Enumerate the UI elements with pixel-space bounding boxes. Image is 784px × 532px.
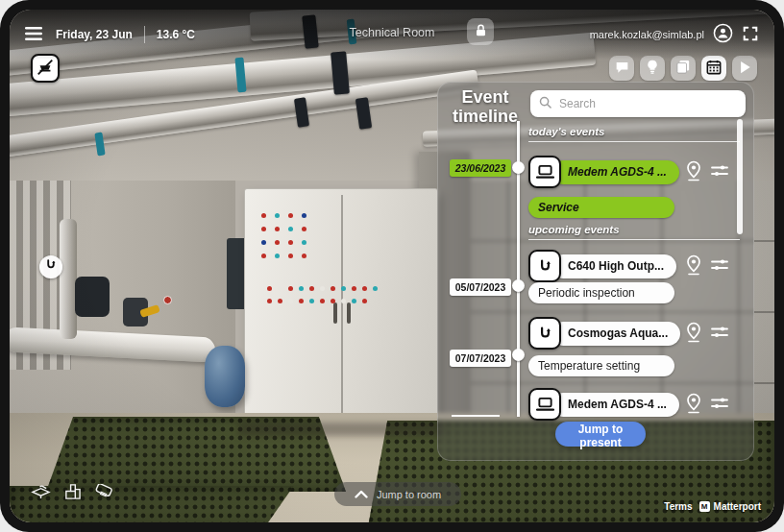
tag-icon (93, 484, 112, 502)
jump-to-room-button[interactable]: Jump to room (334, 482, 461, 506)
event-settings-icon[interactable] (711, 257, 728, 277)
event-description: Periodic inspection (528, 282, 674, 303)
brand-label: Matterport (714, 501, 761, 512)
section-divider (528, 239, 740, 240)
event-name[interactable]: Cosmogas Aqua... (551, 322, 680, 346)
layout-tool-button[interactable] (63, 483, 81, 503)
matterport-logo-icon: M (699, 501, 710, 512)
top-bar: Friday, 23 Jun 13.6 °C Technical Room ma… (10, 10, 774, 60)
scene-device-tag[interactable] (39, 255, 62, 278)
event-description: Service (528, 197, 674, 218)
pressure-gauge (163, 296, 172, 304)
indicator-lights (267, 286, 272, 291)
draw-tool-button[interactable] (31, 483, 51, 503)
room-title: Technical Room (350, 26, 435, 39)
section-label-upcoming: upcoming events (528, 224, 620, 235)
divider (144, 26, 145, 43)
event-row: C640 High Outp... (438, 250, 753, 282)
location-pin-icon[interactable] (685, 254, 702, 279)
current-date: Friday, 23 Jun (56, 28, 133, 41)
event-row: Medem AGDS-4 ... (438, 388, 753, 421)
device-frame: Friday, 23 Jun 13.6 °C Technical Room ma… (0, 0, 784, 532)
menu-button[interactable] (25, 27, 42, 43)
indicator-lights (261, 213, 266, 218)
section-label-today: today's events (528, 126, 604, 137)
person-circle-icon (713, 23, 733, 46)
fullscreen-icon (742, 25, 759, 45)
event-settings-icon[interactable] (711, 396, 728, 415)
viewer-screen: Friday, 23 Jun 13.6 °C Technical Room ma… (10, 10, 774, 522)
event-row: Medem AGDS-4 ... (438, 156, 753, 188)
credits: Terms M Matterport (664, 501, 761, 512)
hamburger-icon (25, 27, 42, 43)
event-row: Cosmogas Aqua... (438, 317, 753, 350)
location-pin-icon[interactable] (685, 393, 702, 418)
location-pin-icon[interactable] (685, 322, 702, 347)
blocks-icon (63, 483, 81, 503)
boiler-icon (528, 250, 561, 282)
user-email: marek.kozlak@simlab.pl (590, 29, 704, 40)
chevron-up-icon (355, 489, 368, 500)
furniture-toggle-icon (36, 58, 55, 80)
tag-tool-button[interactable] (93, 484, 112, 502)
play-icon (739, 60, 751, 77)
gas-detector-icon (528, 156, 561, 188)
documents-icon (676, 60, 690, 77)
control-cabinet (244, 188, 438, 426)
event-description: Temperature setting (528, 355, 674, 376)
panel-title: Event timeline (442, 87, 528, 126)
event-settings-icon[interactable] (711, 325, 728, 344)
calendar-icon (706, 60, 722, 78)
event-name[interactable]: Medem AGDS-4 ... (551, 393, 679, 417)
pump (75, 277, 110, 317)
fullscreen-button[interactable] (742, 25, 759, 45)
expansion-tank (205, 346, 245, 407)
temperature-readout: 13.6 °C (157, 28, 195, 41)
cabinet-shadow (238, 423, 445, 436)
boiler-icon (528, 317, 561, 350)
event-name[interactable]: C640 High Outp... (551, 254, 676, 278)
lock-icon (474, 23, 488, 41)
brand-link[interactable]: M Matterport (699, 501, 761, 512)
jump-to-room-label: Jump to room (377, 489, 441, 500)
section-divider (528, 141, 740, 142)
event-settings-icon[interactable] (711, 163, 728, 182)
location-pin-icon[interactable] (685, 160, 702, 185)
event-timeline-panel: Event timeline today's events 23/06/2023… (437, 82, 754, 461)
jump-to-present-button[interactable]: Jump to present (555, 422, 646, 447)
lock-chip[interactable] (467, 18, 494, 45)
vertical-pipe (60, 219, 77, 339)
lightbulb-icon (646, 60, 659, 77)
account-button[interactable] (713, 23, 733, 46)
timeline-node (512, 349, 525, 361)
chat-icon (615, 60, 629, 77)
search-input[interactable] (557, 96, 737, 111)
search-box[interactable] (530, 90, 746, 117)
bottom-left-tools (31, 483, 112, 503)
terms-link[interactable]: Terms (664, 501, 692, 512)
search-icon (539, 95, 551, 112)
gas-detector-icon (528, 388, 561, 421)
boiler-icon (44, 258, 58, 276)
event-date-badge: 07/07/2023 (450, 350, 511, 367)
pencil-box-icon (31, 483, 51, 503)
event-name[interactable]: Medem AGDS-4 ... (551, 160, 679, 184)
